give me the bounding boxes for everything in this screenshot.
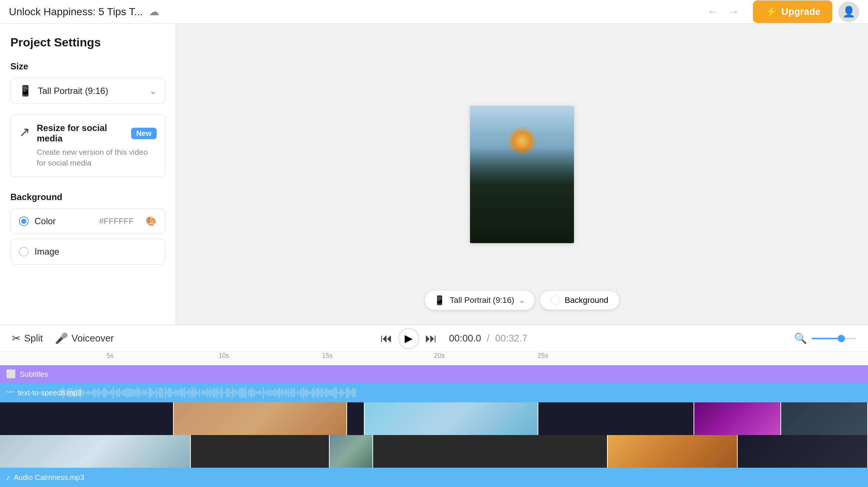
size-section-label: Size	[10, 61, 165, 72]
color-hex-value: #FFFFFF	[99, 216, 134, 226]
rewind-button[interactable]: ⏮	[381, 331, 392, 345]
project-title: Unlock Happiness: 5 Tips T...	[9, 6, 143, 18]
main-layout: Project Settings Size 📱 Tall Portrait (9…	[0, 24, 868, 325]
avatar-icon: 👤	[842, 6, 855, 18]
avatar-button[interactable]: 👤	[838, 1, 859, 22]
size-value: Tall Portrait (9:16)	[38, 86, 149, 96]
mic-icon: 🎤	[55, 332, 68, 344]
cloud-icon: ☁	[149, 6, 159, 18]
timeline-area: ✂ Split 🎤 Voiceover ⏮ ▶ ⏭ 00:00.0 / 00:3…	[0, 325, 868, 487]
play-button[interactable]: ▶	[398, 328, 419, 349]
preview-chevron-icon: ⌄	[519, 295, 525, 305]
size-dropdown[interactable]: 📱 Tall Portrait (9:16) ⌄	[10, 78, 165, 104]
timeline-toolbar: ✂ Split 🎤 Voiceover ⏮ ▶ ⏭ 00:00.0 / 00:3…	[0, 325, 868, 352]
image-label: Image	[35, 246, 157, 257]
total-time: 00:32.7	[495, 333, 528, 344]
video-trees	[470, 147, 574, 243]
format-pill[interactable]: 📱 Tall Portrait (9:16) ⌄	[425, 291, 534, 310]
eyedropper-icon[interactable]: 🎨	[146, 216, 157, 226]
clip-dark[interactable]	[738, 435, 868, 468]
video-preview	[470, 106, 574, 243]
upgrade-button[interactable]: ⚡ Upgrade	[753, 0, 832, 23]
preview-format-label: Tall Portrait (9:16)	[450, 295, 514, 305]
new-badge: New	[131, 128, 157, 139]
upgrade-label: Upgrade	[781, 6, 820, 17]
video-clips-row	[0, 402, 868, 435]
zoom-out-button[interactable]: 🔍	[794, 332, 807, 344]
color-option[interactable]: Color #FFFFFF 🎨	[10, 208, 165, 234]
audio-waveform-visual	[0, 383, 868, 402]
current-time: 00:00.0	[449, 333, 481, 344]
phone-icon: 📱	[19, 85, 32, 97]
clip-partial[interactable]	[781, 402, 868, 435]
color-label: Color	[35, 216, 93, 226]
clip-yoga[interactable]	[365, 402, 538, 435]
clip-person[interactable]	[330, 435, 373, 468]
subtitle-label: Subtitles	[20, 370, 48, 379]
clip-gap3	[191, 435, 330, 468]
clip-gap2	[538, 402, 695, 435]
center-area: 📱 Tall Portrait (9:16) ⌄ Background	[176, 24, 868, 325]
ruler-mark-5s: 5s	[107, 352, 114, 360]
ruler-marks: 5s 10s 15s 20s 25s	[3, 352, 865, 365]
clip-mountain[interactable]	[608, 435, 738, 468]
redo-button[interactable]: →	[725, 2, 743, 22]
preview-controls: 📱 Tall Portrait (9:16) ⌄ Background	[425, 291, 619, 310]
clip-empty-start[interactable]	[0, 402, 174, 435]
time-display: 00:00.0 / 00:32.7	[449, 333, 527, 344]
left-panel: Project Settings Size 📱 Tall Portrait (9…	[0, 24, 176, 325]
time-separator: /	[487, 333, 489, 344]
music-note-icon: ♪	[6, 473, 10, 482]
clip-gap1	[347, 402, 365, 435]
voiceover-label: Voiceover	[72, 333, 114, 344]
bg-audio-track[interactable]: ♪ Audio Calmness.mp3	[0, 468, 868, 487]
zoom-slider[interactable]	[812, 338, 856, 339]
ruler-mark-20s: 20s	[434, 352, 445, 360]
resize-title-row: Resize for social media New	[37, 123, 157, 144]
preview-phone-icon: 📱	[434, 295, 445, 305]
resize-icon: ↗	[19, 124, 30, 140]
clip-snow[interactable]	[0, 435, 191, 468]
resize-description: Create new version of this video for soc…	[37, 147, 157, 169]
bg-audio-label: Audio Calmness.mp3	[14, 473, 84, 482]
background-pill[interactable]: Background	[540, 291, 619, 310]
bottom-clips-row	[0, 435, 868, 468]
split-label: Split	[24, 333, 43, 344]
ruler-mark-15s: 15s	[322, 352, 333, 360]
ruler-mark-10s: 10s	[219, 352, 229, 360]
image-option[interactable]: Image	[10, 239, 165, 265]
lightning-icon: ⚡	[765, 6, 778, 18]
zoom-controls: 🔍	[794, 332, 856, 344]
color-radio-selected	[19, 216, 29, 226]
playback-controls: ⏮ ▶ ⏭	[381, 328, 437, 349]
subtitle-icon: ⬜	[6, 369, 16, 379]
clip-purple[interactable]	[694, 402, 781, 435]
undo-button[interactable]: ←	[704, 2, 722, 22]
clip-women[interactable]	[174, 402, 347, 435]
subtitle-track[interactable]: ⬜ Subtitles	[0, 365, 868, 383]
split-button[interactable]: ✂ Split	[12, 332, 43, 344]
voiceover-button[interactable]: 🎤 Voiceover	[55, 332, 114, 344]
scissors-icon: ✂	[12, 332, 20, 344]
video-preview-inner	[470, 106, 574, 243]
panel-title: Project Settings	[10, 36, 165, 49]
timeline-ruler: 5s 10s 15s 20s 25s	[0, 352, 868, 365]
radio-dot	[21, 219, 26, 224]
resize-title: Resize for social media	[37, 123, 125, 144]
top-bar: Unlock Happiness: 5 Tips T... ☁ ← → ⚡ Up…	[0, 0, 868, 24]
bg-color-circle	[551, 295, 560, 305]
tts-audio-track[interactable]: 〰 text-to-speech.mp3	[0, 383, 868, 402]
resize-content: Resize for social media New Create new v…	[37, 123, 157, 169]
image-radio	[19, 247, 29, 256]
ruler-mark-25s: 25s	[538, 352, 548, 360]
play-icon: ▶	[405, 332, 413, 344]
chevron-down-icon: ⌄	[149, 86, 157, 96]
fast-forward-button[interactable]: ⏭	[425, 331, 437, 345]
clip-gap4	[373, 435, 607, 468]
bg-pill-label: Background	[565, 295, 608, 305]
background-section-label: Background	[10, 192, 165, 202]
resize-card[interactable]: ↗ Resize for social media New Create new…	[10, 114, 165, 177]
